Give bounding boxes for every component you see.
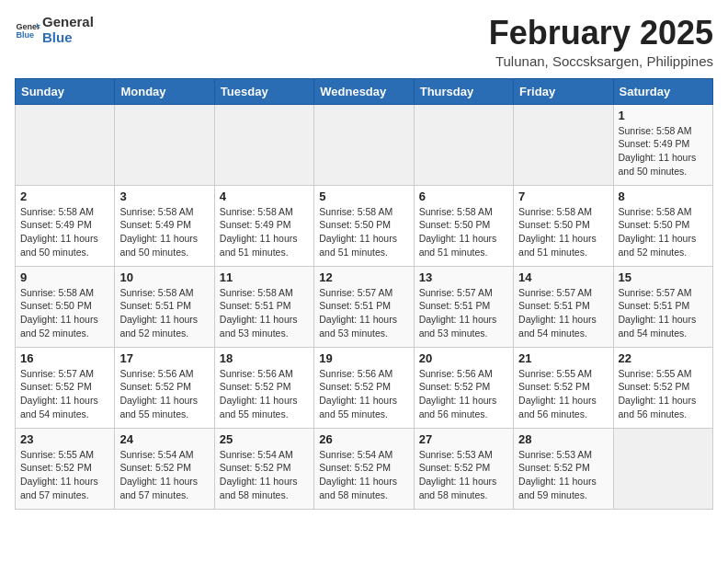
location-subtitle: Tulunan, Soccsksargen, Philippines [489,53,713,69]
day-number: 15 [619,270,708,284]
calendar-cell [613,428,712,509]
calendar-cell: 8Sunrise: 5:58 AM Sunset: 5:50 PM Daylig… [613,185,712,266]
calendar-cell: 15Sunrise: 5:57 AM Sunset: 5:51 PM Dayli… [613,266,712,347]
calendar-cell: 3Sunrise: 5:58 AM Sunset: 5:49 PM Daylig… [115,185,214,266]
calendar-week-3: 9Sunrise: 5:58 AM Sunset: 5:50 PM Daylig… [16,266,713,347]
day-detail: Sunrise: 5:56 AM Sunset: 5:52 PM Dayligh… [119,367,209,421]
calendar-cell [115,104,214,185]
day-detail: Sunrise: 5:56 AM Sunset: 5:52 PM Dayligh… [319,367,408,421]
day-detail: Sunrise: 5:54 AM Sunset: 5:52 PM Dayligh… [119,448,209,502]
calendar-cell: 27Sunrise: 5:53 AM Sunset: 5:52 PM Dayli… [414,428,513,509]
page-header: General Blue General Blue February 2025 … [15,15,713,69]
day-detail: Sunrise: 5:58 AM Sunset: 5:50 PM Dayligh… [319,205,408,259]
day-number: 3 [119,190,209,203]
day-detail: Sunrise: 5:57 AM Sunset: 5:51 PM Dayligh… [619,286,708,340]
day-detail: Sunrise: 5:56 AM Sunset: 5:52 PM Dayligh… [419,367,508,421]
day-number: 11 [220,270,309,284]
calendar-cell: 14Sunrise: 5:57 AM Sunset: 5:51 PM Dayli… [514,266,613,347]
day-number: 22 [619,351,708,365]
day-number: 2 [20,190,109,203]
day-number: 20 [419,351,508,365]
day-number: 13 [419,270,508,284]
day-detail: Sunrise: 5:57 AM Sunset: 5:51 PM Dayligh… [319,286,408,340]
day-detail: Sunrise: 5:58 AM Sunset: 5:49 PM Dayligh… [20,205,109,259]
weekday-header-sunday: Sunday [16,78,115,104]
day-detail: Sunrise: 5:54 AM Sunset: 5:52 PM Dayligh… [319,448,408,502]
weekday-header-friday: Friday [514,78,613,104]
day-detail: Sunrise: 5:56 AM Sunset: 5:52 PM Dayligh… [220,367,309,421]
weekday-header-wednesday: Wednesday [314,78,414,104]
calendar-cell: 19Sunrise: 5:56 AM Sunset: 5:52 PM Dayli… [314,347,414,428]
calendar-cell [414,104,513,185]
day-detail: Sunrise: 5:53 AM Sunset: 5:52 PM Dayligh… [419,448,508,502]
calendar-cell: 2Sunrise: 5:58 AM Sunset: 5:49 PM Daylig… [16,185,115,266]
calendar-cell: 1Sunrise: 5:58 AM Sunset: 5:49 PM Daylig… [613,104,712,185]
day-detail: Sunrise: 5:58 AM Sunset: 5:50 PM Dayligh… [518,205,608,259]
calendar-cell [16,104,115,185]
day-number: 8 [619,190,708,203]
weekday-header-monday: Monday [115,78,214,104]
weekday-header-saturday: Saturday [613,78,712,104]
day-number: 23 [20,432,109,446]
day-detail: Sunrise: 5:57 AM Sunset: 5:52 PM Dayligh… [20,367,109,421]
day-detail: Sunrise: 5:57 AM Sunset: 5:51 PM Dayligh… [518,286,608,340]
calendar-cell: 28Sunrise: 5:53 AM Sunset: 5:52 PM Dayli… [514,428,613,509]
calendar-cell: 11Sunrise: 5:58 AM Sunset: 5:51 PM Dayli… [214,266,313,347]
day-detail: Sunrise: 5:58 AM Sunset: 5:50 PM Dayligh… [619,205,708,259]
logo-line1: General [42,15,94,30]
day-number: 7 [518,190,608,203]
calendar-cell: 16Sunrise: 5:57 AM Sunset: 5:52 PM Dayli… [16,347,115,428]
weekday-header-thursday: Thursday [414,78,513,104]
calendar-cell: 26Sunrise: 5:54 AM Sunset: 5:52 PM Dayli… [314,428,414,509]
day-number: 1 [619,109,708,122]
day-number: 18 [220,351,309,365]
day-detail: Sunrise: 5:58 AM Sunset: 5:49 PM Dayligh… [119,205,209,259]
calendar-cell: 9Sunrise: 5:58 AM Sunset: 5:50 PM Daylig… [16,266,115,347]
day-number: 24 [119,432,209,446]
calendar-cell: 6Sunrise: 5:58 AM Sunset: 5:50 PM Daylig… [414,185,513,266]
day-number: 26 [319,432,408,446]
title-block: February 2025 Tulunan, Soccsksargen, Phi… [489,15,713,69]
day-number: 19 [319,351,408,365]
day-number: 17 [119,351,209,365]
day-number: 12 [319,270,408,284]
calendar-cell: 13Sunrise: 5:57 AM Sunset: 5:51 PM Dayli… [414,266,513,347]
calendar-cell: 23Sunrise: 5:55 AM Sunset: 5:52 PM Dayli… [16,428,115,509]
weekday-header-row: SundayMondayTuesdayWednesdayThursdayFrid… [16,78,713,104]
day-number: 27 [419,432,508,446]
calendar-cell: 12Sunrise: 5:57 AM Sunset: 5:51 PM Dayli… [314,266,414,347]
day-detail: Sunrise: 5:53 AM Sunset: 5:52 PM Dayligh… [518,448,608,502]
day-detail: Sunrise: 5:58 AM Sunset: 5:51 PM Dayligh… [119,286,209,340]
calendar-cell: 17Sunrise: 5:56 AM Sunset: 5:52 PM Dayli… [115,347,214,428]
calendar-cell: 4Sunrise: 5:58 AM Sunset: 5:49 PM Daylig… [214,185,313,266]
day-number: 5 [319,190,408,203]
logo-line2: Blue [42,30,94,46]
calendar-table: SundayMondayTuesdayWednesdayThursdayFrid… [15,78,713,510]
day-number: 9 [20,270,109,284]
day-number: 10 [119,270,209,284]
day-detail: Sunrise: 5:58 AM Sunset: 5:50 PM Dayligh… [419,205,508,259]
day-number: 25 [220,432,309,446]
day-number: 28 [518,432,608,446]
day-number: 14 [518,270,608,284]
calendar-cell: 5Sunrise: 5:58 AM Sunset: 5:50 PM Daylig… [314,185,414,266]
day-detail: Sunrise: 5:55 AM Sunset: 5:52 PM Dayligh… [20,448,109,502]
month-year-title: February 2025 [489,15,713,52]
calendar-cell: 22Sunrise: 5:55 AM Sunset: 5:52 PM Dayli… [613,347,712,428]
day-detail: Sunrise: 5:54 AM Sunset: 5:52 PM Dayligh… [220,448,309,502]
calendar-cell: 25Sunrise: 5:54 AM Sunset: 5:52 PM Dayli… [214,428,313,509]
calendar-week-1: 1Sunrise: 5:58 AM Sunset: 5:49 PM Daylig… [16,104,713,185]
calendar-week-2: 2Sunrise: 5:58 AM Sunset: 5:49 PM Daylig… [16,185,713,266]
day-detail: Sunrise: 5:55 AM Sunset: 5:52 PM Dayligh… [518,367,608,421]
calendar-cell [514,104,613,185]
calendar-cell: 24Sunrise: 5:54 AM Sunset: 5:52 PM Dayli… [115,428,214,509]
calendar-week-4: 16Sunrise: 5:57 AM Sunset: 5:52 PM Dayli… [16,347,713,428]
day-detail: Sunrise: 5:57 AM Sunset: 5:51 PM Dayligh… [419,286,508,340]
day-number: 6 [419,190,508,203]
logo: General Blue General Blue [15,15,94,45]
day-detail: Sunrise: 5:55 AM Sunset: 5:52 PM Dayligh… [619,367,708,421]
day-detail: Sunrise: 5:58 AM Sunset: 5:51 PM Dayligh… [220,286,309,340]
day-detail: Sunrise: 5:58 AM Sunset: 5:50 PM Dayligh… [20,286,109,340]
day-detail: Sunrise: 5:58 AM Sunset: 5:49 PM Dayligh… [619,124,708,178]
calendar-cell: 20Sunrise: 5:56 AM Sunset: 5:52 PM Dayli… [414,347,513,428]
